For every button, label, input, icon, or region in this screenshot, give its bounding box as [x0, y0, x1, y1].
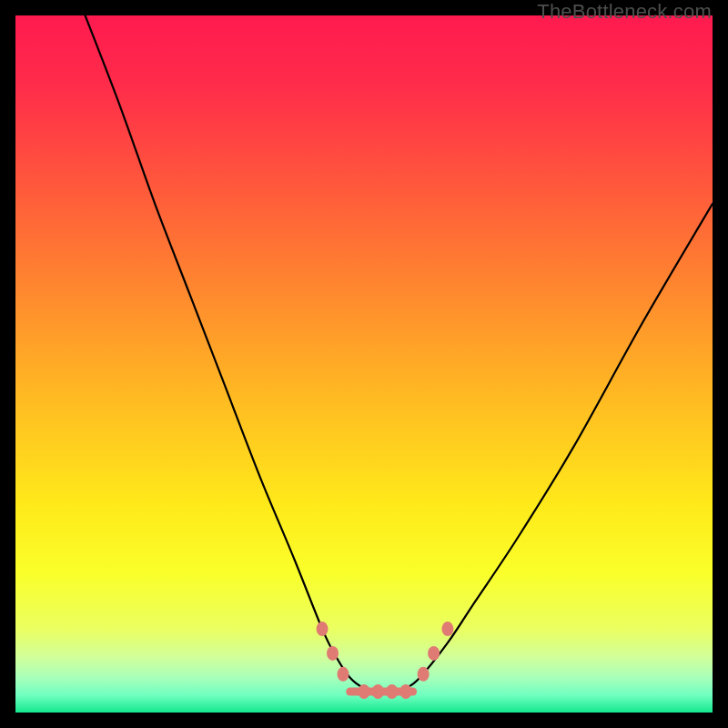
curve-marker — [418, 667, 430, 682]
curve-marker — [359, 684, 370, 699]
bottleneck-curve — [86, 15, 713, 692]
curve-marker — [441, 622, 453, 636]
watermark-text: TheBottleneck.com — [537, 0, 712, 24]
curve-marker — [327, 646, 339, 661]
curve-marker — [399, 684, 411, 699]
curve-marker — [372, 684, 384, 699]
curve-marker — [338, 667, 349, 682]
bottleneck-curve-layer — [15, 15, 713, 713]
curve-marker — [428, 646, 440, 661]
plot-frame — [15, 15, 713, 713]
curve-marker — [386, 684, 398, 699]
curve-markers — [317, 622, 454, 699]
curve-marker — [317, 622, 329, 636]
